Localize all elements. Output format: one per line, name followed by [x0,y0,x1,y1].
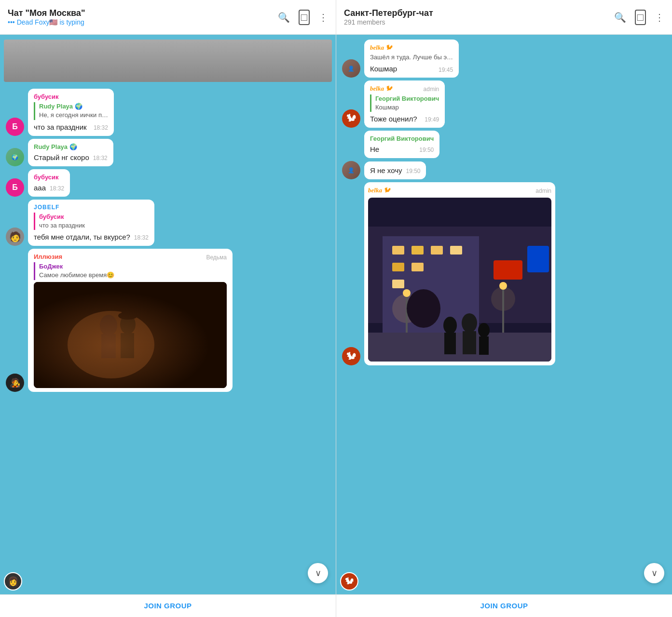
quote-preview: Зашёл я туда. Лучше бы э… [370,53,453,62]
more-icon[interactable]: ⋮ [655,12,664,23]
message-row: Б бубусик Rudy Playa 🌍 Не, я сегодня иич… [4,89,332,136]
admin-badge: admin [424,85,439,94]
message-bubble: belka 🐿 admin [364,182,555,365]
message-sender: Rudy Playa 🌍 [34,143,108,151]
svg-point-1 [68,311,154,378]
avatar: 🐿 [342,109,360,128]
message-sender: бубусик [34,93,108,101]
right-chat-members: 291 members [344,18,433,26]
message-time: 19:49 [425,116,439,124]
avatar: 👩 [4,572,22,590]
right-chat-header: Санкт-Петербург-чат 291 members 🔍 □ ⋮ [336,0,672,35]
right-chat-body: 👤 belka 🐿 Зашёл я туда. Лучше бы э… Кошм… [336,35,672,594]
left-join-bar: JOIN GROUP [0,594,336,617]
typing-label: is typing [59,18,84,26]
message-bubble: Rudy Playa 🌍 Старый нг скоро 18:32 [28,139,113,166]
svg-rect-14 [450,246,462,255]
svg-rect-7 [122,311,134,319]
message-sender: belka 🐿 [370,84,392,93]
avatar: Б [6,178,24,197]
message-bubble: belka 🐿 admin Георгий Викторович Кошмар … [364,80,445,128]
more-icon[interactable]: ⋮ [318,12,328,23]
left-header-icons: 🔍 □ ⋮ [278,10,328,25]
avatar: 🧑‍🎤 [6,374,24,392]
svg-rect-30 [479,336,489,355]
message-sender: belka 🐿 [370,43,453,52]
message-header: belka 🐿 admin [370,84,439,94]
bottom-avatars: 🐿 [340,572,358,590]
message-sender: Иллюзия [34,253,62,261]
svg-rect-5 [121,333,134,358]
typing-user-name: Dead Foxy🇺🇸 [17,18,58,26]
message-bubble: бубусик ааа 18:32 [28,169,70,197]
avatar: Б [6,118,24,136]
message-text: Кошмар [370,64,397,74]
svg-point-4 [120,315,136,334]
join-group-button[interactable]: JOIN GROUP [480,602,528,610]
quote-block: Rudy Playa 🌍 Не, я сегодня иички п… [34,102,108,120]
svg-rect-28 [463,331,476,354]
search-icon[interactable]: 🔍 [614,12,626,23]
media-image [34,282,227,388]
quote-sender: БоДжек [39,262,227,271]
svg-rect-17 [392,280,404,288]
left-chat-panel: Чат "Моя Москва" ••• Dead Foxy🇺🇸 is typi… [0,0,336,617]
message-time: 18:32 [50,185,64,193]
right-join-bar: JOIN GROUP [336,594,672,617]
message-time: 18:32 [94,124,108,132]
message-text: Я не хочу [370,165,402,175]
quote-text: Не, я сегодня иички п… [39,111,108,120]
svg-rect-16 [411,263,424,271]
top-partial-image [4,40,332,82]
search-icon[interactable]: 🔍 [278,12,290,23]
quote-text: что за праздник [39,221,149,230]
media-image [368,198,551,362]
message-bubble: belka 🐿 Зашёл я туда. Лучше бы э… Кошмар… [364,40,459,78]
svg-rect-26 [444,333,456,354]
quote-block: Георгий Викторович Кошмар [370,94,439,112]
message-header: Иллюзия Ведьма [34,253,227,262]
message-row: 👤 Я не хочу 19:50 [340,161,668,179]
message-bubble: Георгий Викторович Не 19:50 [364,131,439,158]
avatar: 🐿 [340,572,358,590]
quote-block: БоДжек Самое любимое время😊 [34,262,227,280]
message-row: Б бубусик ааа 18:32 [4,169,332,197]
quote-text: Самое любимое время😊 [39,271,227,280]
message-text: Не [370,144,379,154]
quote-block: бубусик что за праздник [34,213,149,230]
message-row: 🧑 JOBELF бубусик что за праздник тебя мн… [4,200,332,246]
scroll-down-button[interactable]: ∨ [644,563,664,583]
quote-sender: бубусик [39,213,149,221]
layout-icon[interactable]: □ [299,10,310,25]
message-time: 19:50 [406,167,420,175]
message-bubble: Я не хочу 19:50 [364,161,426,179]
message-row: Георгий Викторович Не 19:50 [340,131,668,158]
avatar: 🌍 [6,148,24,166]
left-chat-title: Чат "Моя Москва" [8,8,85,18]
svg-point-27 [462,313,477,333]
quote-sender: Rudy Playa 🌍 [39,102,108,111]
avatar: 🧑 [6,228,24,246]
svg-rect-32 [527,246,549,272]
svg-rect-12 [411,246,424,255]
message-row: 🐿 belka 🐿 admin Георгий Викторович Кошма… [340,80,668,128]
message-text: Старый нг скоро [34,152,89,162]
svg-rect-11 [392,246,404,255]
svg-point-33 [407,289,440,328]
message-bubble: бубусик Rudy Playa 🌍 Не, я сегодня иички… [28,89,114,136]
message-text: ааа [34,183,46,193]
svg-rect-15 [392,263,404,271]
svg-rect-24 [368,333,551,362]
message-sender: бубусик [34,173,64,182]
message-bubble: Иллюзия Ведьма БоДжек Самое любимое врем… [28,249,233,392]
avatar: 🐿 [342,347,360,365]
avatar: 👤 [342,59,360,78]
message-sender: belka 🐿 [368,186,390,195]
scroll-down-button[interactable]: ∨ [308,563,328,583]
join-group-button[interactable]: JOIN GROUP [144,602,192,610]
left-chat-subtitle: ••• Dead Foxy🇺🇸 is typing [8,18,85,26]
message-text: тебя мне отдали, ты вкурсе? [34,232,130,242]
message-row: 🐿 belka 🐿 admin [340,182,668,365]
layout-icon[interactable]: □ [635,10,646,25]
message-text: Тоже оценил? [370,114,417,124]
